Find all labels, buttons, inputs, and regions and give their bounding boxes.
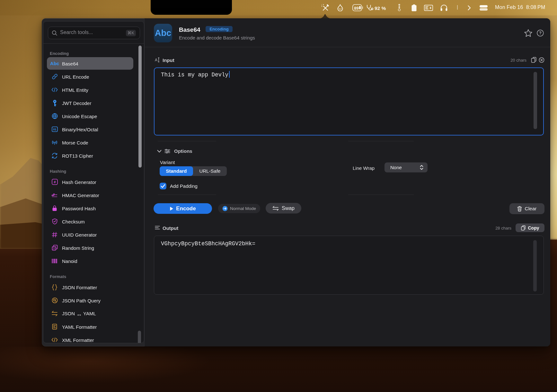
svg-text:?: ? bbox=[539, 31, 542, 35]
svg-text:A: A bbox=[155, 58, 157, 62]
svg-text:01: 01 bbox=[53, 128, 56, 131]
svg-text:92 %: 92 % bbox=[375, 5, 386, 11]
svg-text:#: # bbox=[54, 180, 56, 184]
svg-text:VLF: VLF bbox=[339, 8, 341, 10]
svg-text:89: 89 bbox=[354, 6, 358, 11]
